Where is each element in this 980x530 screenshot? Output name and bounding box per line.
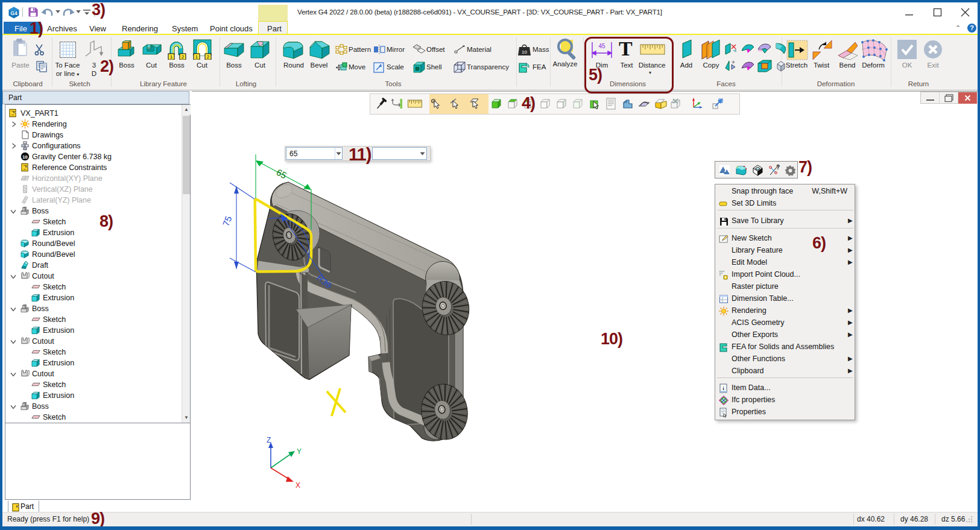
svg-text:X: X	[296, 481, 300, 490]
svg-text:Y: Y	[297, 447, 302, 456]
svg-text:2: 2	[207, 54, 210, 60]
svg-text:75: 75	[221, 215, 234, 227]
svg-text:Z: Z	[267, 436, 271, 444]
svg-text:?: ?	[776, 164, 780, 171]
svg-text:G4: G4	[10, 10, 17, 16]
svg-text:2: 2	[182, 54, 185, 60]
svg-text:1: 1	[170, 54, 173, 60]
svg-text:10: 10	[22, 154, 27, 160]
svg-text:1: 1	[195, 54, 198, 60]
svg-text:10: 10	[522, 49, 527, 55]
svg-text:65: 65	[275, 167, 289, 181]
